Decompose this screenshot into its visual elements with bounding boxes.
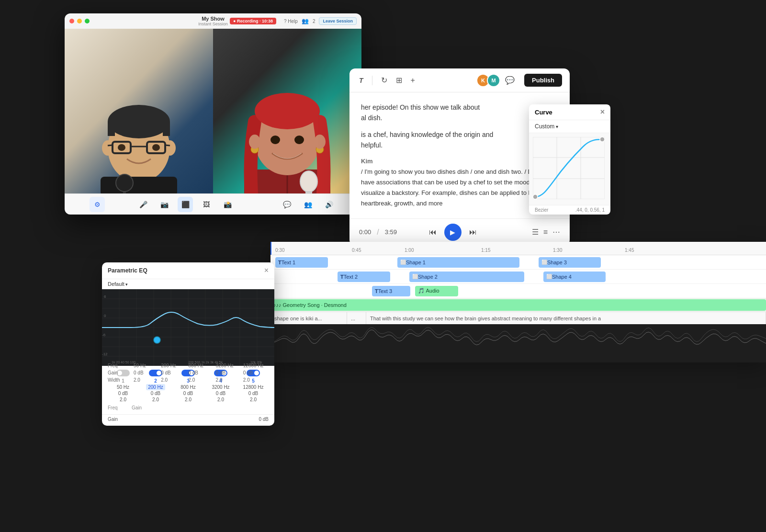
speaker1-avatar <box>81 64 196 193</box>
svg-point-17 <box>116 174 133 192</box>
ruler-mark-0: 0:30 <box>275 248 284 253</box>
curve-title: Curve <box>535 109 552 116</box>
caption-seg2: ... <box>347 312 366 324</box>
clip-text1[interactable]: Text 1 <box>275 257 328 268</box>
svg-point-40 <box>533 194 538 199</box>
recording-badge: ● Recording · 10:38 <box>230 18 276 24</box>
band3-gain: 0 dB <box>173 391 203 396</box>
eq-close-button[interactable]: × <box>264 266 269 275</box>
svg-point-13 <box>118 144 125 151</box>
track-row-text3: Text 3 🎵 Audio <box>270 284 766 298</box>
clip-shape4[interactable]: Shape 4 <box>543 272 606 282</box>
svg-point-27 <box>270 136 280 144</box>
caption-seg1: shape one is kiki a... <box>270 312 347 324</box>
participants-button[interactable]: 👥 <box>300 197 315 212</box>
clip-shape3[interactable]: Shape 3 <box>539 257 601 268</box>
help-label[interactable]: ? Help <box>284 19 298 24</box>
comment-icon[interactable]: 💬 <box>503 74 517 87</box>
curve-panel: Curve × Custom Bezier .44, 0, 0.56, 1 <box>529 104 610 215</box>
grid-icon[interactable]: ⊞ <box>394 74 404 87</box>
waveform-svg: // Generate waveform bars via inline SVG… <box>270 324 766 362</box>
video-controls-bar: ⚙ 🎤 📷 ⬛ 🖼 📸 💬 👥 🔊 <box>65 193 361 215</box>
photo-button[interactable]: 📸 <box>220 197 235 212</box>
total-time-display: 3:59 <box>385 228 397 236</box>
eq-footer: Gain 0 dB <box>102 414 274 426</box>
svg-point-25 <box>249 135 260 149</box>
clip-text2[interactable]: Text 2 <box>338 272 390 282</box>
video-call-panel: My Show Instant Session ● Recording · 10… <box>65 13 361 215</box>
play-button[interactable]: ▶ <box>444 224 462 241</box>
add-icon[interactable]: + <box>409 74 417 87</box>
curve-close-button[interactable]: × <box>600 108 605 116</box>
band4-width: 2.0 <box>205 397 236 402</box>
playhead[interactable] <box>270 242 271 255</box>
bezier-label: Bezier <box>535 207 548 213</box>
settings-button[interactable]: ⚙ <box>90 197 105 212</box>
band3-freq: 800 Hz <box>173 385 203 390</box>
svg-point-3 <box>108 105 170 138</box>
clip-shape2[interactable]: Shape 2 <box>409 272 524 282</box>
ruler-mark-4: 1:30 <box>553 248 562 253</box>
band1-freq: 50 Hz <box>108 385 138 390</box>
svg-rect-31 <box>270 324 766 362</box>
track-row-music: ♪♪ ♪ Geometry Song · Desmond <box>270 298 766 312</box>
participant-count-icon: 👥 <box>302 18 309 24</box>
skip-forward-button[interactable]: ⏭ <box>466 227 480 238</box>
eq-preset-dropdown[interactable]: Default <box>102 279 274 289</box>
maximize-dot[interactable] <box>85 19 90 23</box>
svg-line-11 <box>108 145 113 146</box>
band5-freq: 12800 Hz <box>238 385 269 390</box>
chat-button[interactable]: 💬 <box>279 197 294 212</box>
ruler-mark-2: 1:00 <box>405 248 414 253</box>
footer-gain-label: Gain <box>108 417 118 422</box>
video-cell-speaker2 <box>213 29 361 193</box>
svg-point-14 <box>152 144 160 151</box>
band2-width: 2.0 <box>140 397 171 402</box>
svg-point-28 <box>294 136 304 144</box>
clip-music[interactable]: ♪♪ ♪ Geometry Song · Desmond <box>270 299 766 311</box>
band2-freq: 200 Hz <box>140 385 171 390</box>
list-icon[interactable]: ≡ <box>543 228 548 237</box>
svg-text:-6: -6 <box>102 333 106 337</box>
svg-text:-12: -12 <box>102 352 108 356</box>
skip-back-button[interactable]: ⏮ <box>426 227 439 238</box>
effects-button[interactable]: 🖼 <box>199 197 214 212</box>
curve-canvas <box>529 133 610 205</box>
svg-rect-5 <box>163 122 170 136</box>
refresh-icon[interactable]: ↻ <box>379 74 389 87</box>
eq-header: Parametric EQ × <box>102 262 274 279</box>
bezier-value: .44, 0, 0.56, 1 <box>575 207 605 213</box>
collaborator-avatars: K M <box>479 74 500 87</box>
hamburger-icon[interactable]: ☰ <box>532 227 539 237</box>
close-dot[interactable] <box>69 19 74 23</box>
clip-text3[interactable]: Text 3 <box>372 286 410 296</box>
band5-width: 2.0 <box>238 397 269 402</box>
svg-point-29 <box>300 171 317 192</box>
participant-count: 2 <box>313 19 315 24</box>
clip-shape1[interactable]: Shape 1 <box>397 257 519 268</box>
eq-row-labels: Freq 50 Hz 200 Hz 800 Hz 3200 Hz 12800 H… <box>102 362 274 384</box>
more-options-icon[interactable]: ⋯ <box>552 227 560 237</box>
screen-share-button[interactable]: ⬛ <box>178 197 193 212</box>
video-titlebar: My Show Instant Session ● Recording · 10… <box>65 13 361 29</box>
publish-button[interactable]: Publish <box>524 74 562 87</box>
camera-button[interactable]: 📷 <box>157 197 172 212</box>
curve-svg <box>533 137 605 199</box>
audio-button[interactable]: 🔊 <box>321 197 337 212</box>
band4-freq: 3200 Hz <box>205 385 236 390</box>
eq-graph-svg: 6 0 -6 -12 1k 20 40 50 100 200 500 1k 2k… <box>102 289 274 366</box>
freq-row-label: Freq <box>108 405 132 410</box>
curve-dropdown[interactable]: Custom <box>529 120 610 133</box>
avatar-user2: M <box>487 74 500 87</box>
svg-line-12 <box>165 145 170 146</box>
minimize-dot[interactable] <box>77 19 82 23</box>
text-tool-icon[interactable]: T <box>357 75 365 86</box>
clip-audio[interactable]: 🎵 Audio <box>415 286 458 296</box>
mute-button[interactable]: 🎤 <box>135 197 151 212</box>
editor-toolbar: T ↻ ⊞ + K M 💬 Publish <box>349 68 570 92</box>
gain-row-label: Gain <box>132 405 159 410</box>
ruler-mark-1: 0:45 <box>352 248 361 253</box>
svg-rect-30 <box>305 191 312 193</box>
leave-session-button[interactable]: Leave Session <box>319 17 357 25</box>
band5-gain: 0 dB <box>238 391 269 396</box>
